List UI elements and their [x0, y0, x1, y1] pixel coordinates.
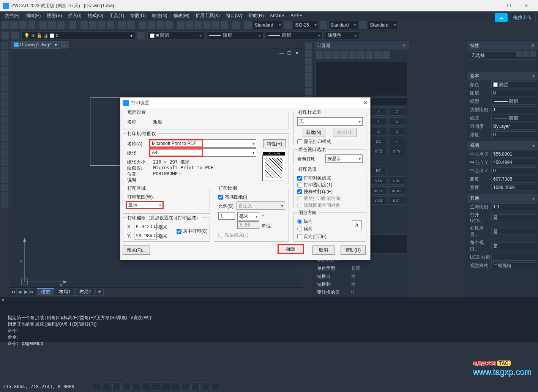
calc-key[interactable]: acos: [388, 186, 405, 195]
layerstate-icon[interactable]: [11, 32, 19, 39]
calc-key[interactable]: asin: [370, 186, 387, 195]
plotstyle-new-button[interactable]: 新建(N): [302, 128, 325, 137]
tab-last-icon[interactable]: ⏭: [29, 288, 35, 295]
move-icon[interactable]: [305, 80, 312, 87]
close-button[interactable]: ✕: [517, 0, 535, 11]
tab-prev-icon[interactable]: ◀: [16, 288, 22, 295]
table-icon[interactable]: [1, 184, 8, 191]
calc-key[interactable]: 5: [388, 117, 405, 126]
doc-close-icon[interactable]: ✕: [294, 50, 300, 56]
cmd-close-icon[interactable]: ✕: [1, 298, 5, 302]
landscape-radio[interactable]: [297, 227, 302, 231]
plotstyle-combo[interactable]: 随颜色▾: [325, 31, 359, 40]
calc-key[interactable]: /: [370, 107, 387, 116]
calc-help-icon[interactable]: [382, 51, 390, 59]
open-icon[interactable]: [10, 21, 18, 29]
calc-key[interactable]: d2r: [388, 196, 405, 205]
prop-row[interactable]: 每个视口...是: [467, 239, 538, 253]
calc-tool-icon[interactable]: [366, 51, 373, 59]
calc-key[interactable]: MC: [370, 167, 387, 175]
unit-row[interactable]: 转换自米: [314, 272, 409, 280]
tab-layout2[interactable]: 布局2: [75, 288, 95, 296]
dimstyle-icon[interactable]: [284, 21, 292, 29]
unit-row[interactable]: 要转换的值0: [314, 288, 409, 296]
calc-tool-icon[interactable]: [341, 51, 348, 59]
prop-row[interactable]: 宽度1089.2668: [467, 183, 538, 192]
scale-num1[interactable]: 1: [218, 212, 235, 220]
polar-icon[interactable]: [122, 383, 131, 391]
tab-drawing1[interactable]: Drawing1.dwg*▾: [11, 41, 60, 49]
printer-props-button[interactable]: 特性(R): [263, 139, 286, 148]
menu-file[interactable]: 文件(F): [2, 13, 22, 19]
opt-lw-check[interactable]: [297, 176, 302, 181]
cloud-icon[interactable]: ☁: [495, 13, 508, 22]
array-icon[interactable]: [305, 73, 312, 80]
calc-tool-icon[interactable]: [324, 51, 331, 59]
arc-icon[interactable]: [1, 83, 8, 91]
prop-row[interactable]: 线宽随层: [467, 114, 538, 122]
group-other[interactable]: 其他: [470, 195, 479, 202]
prop-row[interactable]: 线型随层: [467, 97, 538, 105]
tab-model[interactable]: 模型: [37, 288, 54, 296]
menu-insert[interactable]: 插入(I): [65, 13, 84, 19]
prop-row[interactable]: 注释比例1:1: [467, 203, 538, 211]
props-close-icon[interactable]: ✕: [531, 43, 535, 48]
publish-icon[interactable]: [57, 21, 65, 29]
prop-row[interactable]: 线型比例1: [467, 105, 538, 114]
cloud-upload-button[interactable]: 拖拽上传: [509, 13, 536, 22]
calc-key[interactable]: x^3: [370, 147, 387, 155]
prop-row[interactable]: 高度607.7385: [467, 175, 538, 183]
layers-icon[interactable]: [2, 32, 9, 39]
menu-express[interactable]: 扩展工具(X): [192, 13, 223, 19]
osnap-icon[interactable]: [132, 383, 140, 391]
menu-dim[interactable]: 标注(N): [149, 13, 170, 19]
menu-arcgis[interactable]: ArcGIS: [267, 13, 288, 18]
otrack-icon[interactable]: [142, 383, 150, 391]
paper-combo-right[interactable]: ▾: [203, 148, 256, 157]
mleaderstyle-icon[interactable]: [320, 21, 327, 29]
insert-icon[interactable]: [1, 134, 8, 141]
prop-row[interactable]: 视觉样式二维线框: [467, 261, 538, 270]
zoom-icon[interactable]: [148, 21, 155, 29]
rectangle-icon[interactable]: [1, 75, 8, 83]
color-combo[interactable]: ■ 随层▾: [147, 31, 204, 40]
unit-row[interactable]: 转换到米: [314, 280, 409, 288]
region-icon[interactable]: [1, 175, 8, 183]
tab-new[interactable]: ＋: [61, 41, 69, 49]
polygon-icon[interactable]: [1, 67, 8, 74]
undo-icon[interactable]: [118, 21, 126, 29]
calc-key[interactable]: r2d: [370, 196, 387, 205]
menu-view[interactable]: 视图(V): [44, 13, 65, 19]
calc-tool-icon[interactable]: [332, 51, 340, 59]
preview-icon[interactable]: [48, 21, 56, 29]
gradient-icon[interactable]: [1, 167, 8, 175]
reverse-check[interactable]: [297, 234, 302, 239]
zoomwin-icon[interactable]: [165, 21, 173, 29]
menu-format[interactable]: 格式(O): [85, 13, 106, 19]
calc-key[interactable]: x^y: [388, 147, 405, 155]
tab-layout1[interactable]: 布局1: [55, 288, 75, 296]
plotstyle-combo[interactable]: 无▾: [297, 117, 363, 126]
matchprop-icon[interactable]: [107, 21, 114, 29]
prop-row[interactable]: 中心点 Y450.4994: [467, 158, 538, 167]
addselected-icon[interactable]: [1, 200, 8, 208]
range-combo[interactable]: 显示▾: [126, 201, 164, 209]
doc-min-icon[interactable]: —: [279, 50, 284, 56]
tablestyle-icon[interactable]: [359, 21, 367, 29]
prop-row[interactable]: 颜色随层: [467, 80, 538, 89]
menu-help[interactable]: 帮助(H): [245, 13, 267, 19]
preview-button[interactable]: 预览(P)...: [123, 246, 150, 255]
block-icon[interactable]: [1, 142, 8, 150]
calc-icon[interactable]: [212, 21, 219, 29]
ellipse-icon[interactable]: [1, 117, 8, 124]
pline-icon[interactable]: [1, 58, 8, 66]
cloud-icon2[interactable]: [221, 21, 228, 29]
printer-name-combo-right[interactable]: ▾: [203, 139, 256, 148]
new-icon[interactable]: [2, 21, 9, 29]
menu-window[interactable]: 窗口(W): [223, 13, 245, 19]
offset-icon[interactable]: [305, 65, 312, 72]
annoauto-icon[interactable]: [211, 383, 219, 391]
prop-row[interactable]: 透明度ByLayer: [467, 122, 538, 131]
pan-icon[interactable]: [139, 21, 147, 29]
ok-button[interactable]: 确定: [278, 244, 304, 254]
